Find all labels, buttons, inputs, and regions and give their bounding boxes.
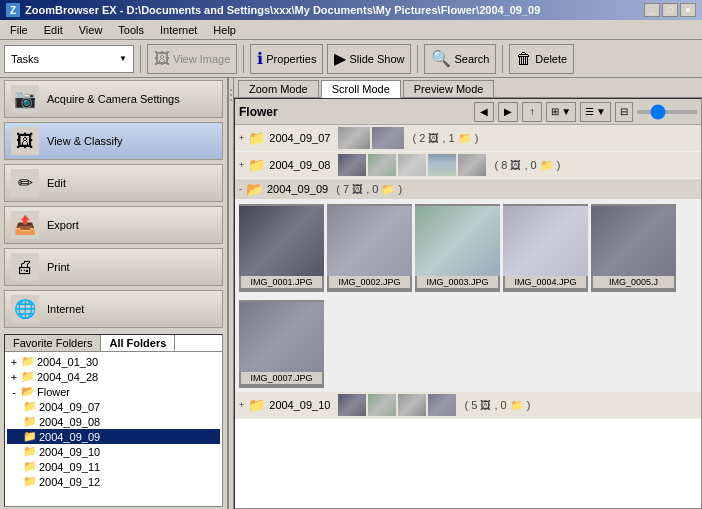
slideshow-icon: ▶ <box>334 49 346 68</box>
image-thumb-img0004[interactable]: IMG_0004.JPG <box>503 204 588 292</box>
properties-button[interactable]: ℹ Properties <box>250 44 323 74</box>
sidebar-item-edit[interactable]: ✏ Edit <box>4 164 223 202</box>
img-label-0001: IMG_0001.JPG <box>241 276 322 288</box>
splitter-dots <box>229 80 233 110</box>
img-label-0002: IMG_0002.JPG <box>329 276 410 288</box>
tasks-dropdown[interactable]: Tasks ▼ <box>4 45 134 73</box>
mini-thumb-10-1 <box>338 394 366 416</box>
image-thumb-img0001[interactable]: IMG_0001.JPG <box>239 204 324 292</box>
minimize-button[interactable]: _ <box>644 3 660 17</box>
folder-row-2004-09-10[interactable]: + 📁 2004_09_10 ( 5 🖼 , 0 📁 ) <box>235 392 701 419</box>
menu-edit[interactable]: Edit <box>38 23 69 37</box>
folder-row-2004-09-09[interactable]: - 📂 2004_09_09 ( 7 🖼 , 0 📁 ) <box>235 179 701 200</box>
sidebar: 📷 Acquire & Camera Settings 🖼 View & Cla… <box>0 78 228 509</box>
folder-count-2004-09-08: ( 8 🖼 , 0 📁 ) <box>494 159 560 172</box>
menu-tools[interactable]: Tools <box>112 23 150 37</box>
expand-icon[interactable]: - <box>9 386 19 398</box>
all-folders-tab[interactable]: All Folders <box>101 335 175 351</box>
folder-count-2004-09-10: ( 5 🖼 , 0 📁 ) <box>464 399 530 412</box>
separator-2 <box>243 45 244 73</box>
browser-area: Flower ◀ ▶ ↑ ⊞ ▼ ☰ ▼ ⊟ + <box>234 98 702 509</box>
img-label-0005: IMG_0005.J <box>593 276 674 288</box>
tree-item-2004-09-07[interactable]: 📁 2004_09_07 <box>7 399 220 414</box>
grid-view-button[interactable]: ⊞ ▼ <box>546 102 576 122</box>
view-image-label: View Image <box>173 53 230 65</box>
folder-icon-2004-04-28: 📁 <box>21 370 35 383</box>
scroll-mode-tab[interactable]: Scroll Mode <box>321 80 401 98</box>
expand-icon-2004-09-09[interactable]: - <box>239 184 242 194</box>
properties-icon: ℹ <box>257 49 263 68</box>
tree-label-flower: Flower <box>37 386 70 398</box>
expand-icon-2004-09-07[interactable]: + <box>239 133 244 143</box>
menu-internet[interactable]: Internet <box>154 23 203 37</box>
app-icon: Z <box>6 3 20 17</box>
sidebar-item-internet[interactable]: 🌐 Internet <box>4 290 223 328</box>
expand-icon[interactable]: + <box>9 356 19 368</box>
search-icon: 🔍 <box>431 49 451 68</box>
internet-icon: 🌐 <box>11 295 39 323</box>
window-controls: _ □ × <box>644 3 696 17</box>
mini-thumb-10-4 <box>428 394 456 416</box>
app-title: ZoomBrowser EX - D:\Documents and Settin… <box>25 4 540 16</box>
expand-icon[interactable]: + <box>9 371 19 383</box>
separator-1 <box>140 45 141 73</box>
sidebar-item-print[interactable]: 🖨 Print <box>4 248 223 286</box>
preview-mode-tab[interactable]: Preview Mode <box>403 80 495 97</box>
sort-button[interactable]: ⊟ <box>615 102 633 122</box>
tree-item-2004-09-10[interactable]: 📁 2004_09_10 <box>7 444 220 459</box>
folder-icon-2004-09-12: 📁 <box>23 475 37 488</box>
zoom-slider[interactable] <box>637 110 697 114</box>
tree-item-2004-09-11[interactable]: 📁 2004_09_11 <box>7 459 220 474</box>
up-button[interactable]: ↑ <box>522 102 542 122</box>
tree-item-2004-04-28[interactable]: + 📁 2004_04_28 <box>7 369 220 384</box>
menu-view[interactable]: View <box>73 23 109 37</box>
menu-help[interactable]: Help <box>207 23 242 37</box>
list-view-button[interactable]: ☰ ▼ <box>580 102 611 122</box>
sidebar-item-export[interactable]: 📤 Export <box>4 206 223 244</box>
menu-file[interactable]: File <box>4 23 34 37</box>
folder-count-2004-09-07: ( 2 🖼 , 1 📁 ) <box>412 132 478 145</box>
back-button[interactable]: ◀ <box>474 102 494 122</box>
folder-section-2004-09-09: - 📂 2004_09_09 ( 7 🖼 , 0 📁 ) IMG_0001.JP… <box>235 179 701 392</box>
mini-thumb-10-2 <box>368 394 396 416</box>
grid-icon: ⊞ <box>551 106 559 117</box>
delete-button[interactable]: 🗑 Delete <box>509 44 574 74</box>
image-thumb-img0005[interactable]: IMG_0005.J <box>591 204 676 292</box>
tree-item-2004-09-08[interactable]: 📁 2004_09_08 <box>7 414 220 429</box>
search-button[interactable]: 🔍 Search <box>424 44 496 74</box>
expand-icon-2004-09-10[interactable]: + <box>239 400 244 410</box>
tree-item-flower[interactable]: - 📂 Flower <box>7 384 220 399</box>
image-thumb-img0003[interactable]: IMG_0003.JPG <box>415 204 500 292</box>
forward-button[interactable]: ▶ <box>498 102 518 122</box>
expand-icon-2004-09-08[interactable]: + <box>239 160 244 170</box>
slideshow-button[interactable]: ▶ Slide Show <box>327 44 411 74</box>
sidebar-item-view-classify[interactable]: 🖼 View & Classify <box>4 122 223 160</box>
image-thumb-img0002[interactable]: IMG_0002.JPG <box>327 204 412 292</box>
mini-thumb-5 <box>398 154 426 176</box>
folder-name-2004-09-10: 2004_09_10 <box>269 399 330 411</box>
zoom-mode-tab[interactable]: Zoom Mode <box>238 80 319 97</box>
image-thumb-img0007[interactable]: IMG_0007.JPG <box>239 300 324 388</box>
search-label: Search <box>454 53 489 65</box>
view-image-button[interactable]: 🖼 View Image <box>147 44 237 74</box>
tree-area: + 📁 2004_01_30 + 📁 2004_04_28 - 📂 Flower… <box>5 352 222 501</box>
view-classify-label: View & Classify <box>47 135 123 147</box>
folder-row-2004-09-07[interactable]: + 📁 2004_09_07 ( 2 🖼 , 1 📁 ) <box>235 125 701 152</box>
folder-icon-row-2004-09-08: 📁 <box>248 157 265 173</box>
tasks-arrow-icon: ▼ <box>119 54 127 63</box>
tree-item-2004-09-09[interactable]: 📁 2004_09_09 <box>7 429 220 444</box>
sidebar-item-acquire[interactable]: 📷 Acquire & Camera Settings <box>4 80 223 118</box>
thumb-img-0003 <box>415 206 500 276</box>
maximize-button[interactable]: □ <box>662 3 678 17</box>
folder-icon-row-2004-09-10: 📁 <box>248 397 265 413</box>
folder-icon-2004-01-30: 📁 <box>21 355 35 368</box>
folder-thumbs-2004-09-08 <box>338 154 486 176</box>
thumb-img-0001 <box>239 206 324 276</box>
close-button[interactable]: × <box>680 3 696 17</box>
favorite-folders-tab[interactable]: Favorite Folders <box>5 335 101 351</box>
image-grid-row2: IMG_0007.JPG <box>235 296 701 392</box>
thumb-img-0007 <box>239 302 324 372</box>
tree-item-2004-01-30[interactable]: + 📁 2004_01_30 <box>7 354 220 369</box>
tree-item-2004-09-12[interactable]: 📁 2004_09_12 <box>7 474 220 489</box>
folder-row-2004-09-08[interactable]: + 📁 2004_09_08 ( 8 🖼 , 0 📁 ) <box>235 152 701 179</box>
